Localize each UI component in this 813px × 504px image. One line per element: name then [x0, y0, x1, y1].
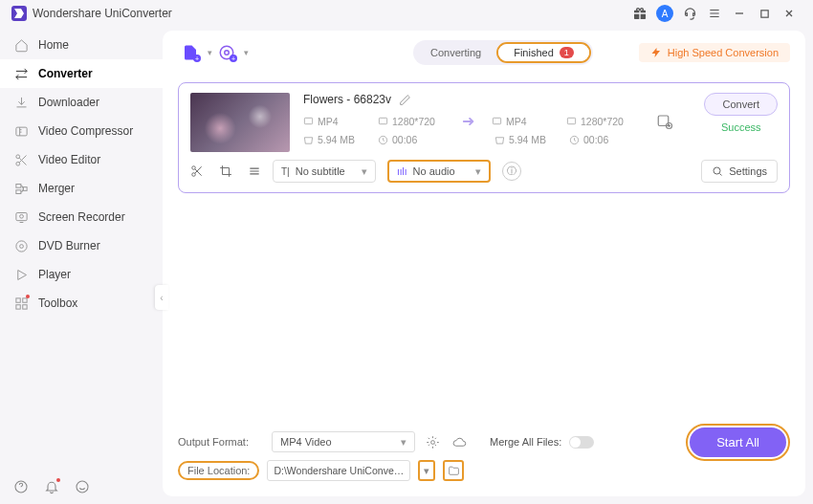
- tab-converting[interactable]: Converting: [415, 44, 496, 61]
- svg-point-9: [15, 240, 26, 251]
- status-text: Success: [704, 121, 778, 133]
- sidebar-item-dvd[interactable]: DVD Burner: [0, 231, 163, 260]
- more-icon[interactable]: [248, 164, 261, 178]
- svg-rect-5: [15, 189, 20, 193]
- sidebar-footer: [0, 470, 163, 504]
- svg-point-31: [430, 440, 434, 444]
- svg-rect-4: [15, 184, 20, 187]
- window-close[interactable]: [777, 4, 802, 23]
- svg-rect-7: [15, 212, 26, 220]
- sidebar-label: Screen Recorder: [38, 210, 125, 224]
- crop-icon[interactable]: [219, 164, 232, 178]
- audio-dropdown[interactable]: ıılıNo audio▾: [387, 160, 491, 183]
- svg-rect-23: [567, 118, 575, 123]
- compress-icon: [13, 123, 29, 139]
- cloud-icon[interactable]: [450, 432, 469, 451]
- finished-badge: 1: [560, 47, 574, 58]
- sidebar-item-player[interactable]: Player: [0, 260, 163, 289]
- add-dvd-button[interactable]: + ▾: [214, 41, 239, 64]
- file-location-field[interactable]: D:\Wondershare UniConverter 1: [267, 460, 410, 481]
- download-icon: [13, 95, 29, 110]
- trim-icon[interactable]: [190, 164, 204, 178]
- bell-icon[interactable]: [44, 479, 59, 494]
- svg-rect-15: [22, 304, 26, 308]
- home-icon: [13, 37, 29, 53]
- sidebar-item-downloader[interactable]: Downloader: [0, 88, 163, 117]
- add-files-button[interactable]: + ▾: [178, 41, 203, 64]
- settings-button[interactable]: Settings: [701, 160, 778, 183]
- grid-icon: [13, 296, 29, 311]
- output-settings-icon[interactable]: [656, 113, 673, 130]
- tab-finished[interactable]: Finished1: [498, 44, 589, 61]
- play-icon: [13, 267, 29, 282]
- info-icon[interactable]: ⓘ: [502, 162, 521, 181]
- dvd-icon: [13, 238, 29, 253]
- svg-rect-13: [22, 297, 26, 301]
- svg-point-10: [19, 244, 23, 248]
- feedback-icon[interactable]: [75, 479, 90, 494]
- headset-icon[interactable]: [677, 4, 702, 23]
- svg-point-17: [77, 481, 88, 493]
- merge-icon: [13, 181, 29, 196]
- sidebar-label: Player: [38, 268, 71, 281]
- sidebar-item-home[interactable]: Home: [0, 31, 163, 59]
- sidebar-label: Video Compressor: [38, 124, 133, 138]
- sidebar-item-converter[interactable]: Converter: [0, 59, 163, 88]
- location-dropdown-caret[interactable]: ▾: [418, 460, 435, 481]
- arrow-icon: ➜: [462, 112, 474, 130]
- high-speed-button[interactable]: High Speed Conversion: [639, 43, 790, 62]
- window-minimize[interactable]: [727, 4, 752, 23]
- svg-point-30: [714, 167, 720, 174]
- sidebar-label: Converter: [38, 67, 93, 80]
- svg-rect-1: [15, 127, 26, 136]
- file-location-label: File Location:: [178, 461, 259, 480]
- convert-button[interactable]: Convert: [704, 93, 778, 116]
- svg-rect-14: [15, 304, 19, 308]
- output-format-label: Output Format:: [178, 436, 264, 448]
- svg-rect-20: [304, 118, 312, 123]
- scissors-icon: [13, 152, 29, 167]
- svg-rect-22: [493, 118, 500, 123]
- sidebar: Home Converter Downloader Video Compress…: [0, 27, 163, 504]
- titlebar: Wondershare UniConverter A: [0, 0, 813, 27]
- edit-name-icon[interactable]: [399, 94, 411, 106]
- sidebar-label: Home: [38, 38, 69, 52]
- start-all-button[interactable]: Start All: [690, 427, 786, 457]
- svg-point-2: [15, 154, 19, 158]
- sidebar-label: DVD Burner: [38, 239, 100, 252]
- video-thumbnail[interactable]: [190, 93, 290, 152]
- svg-point-8: [19, 214, 23, 218]
- sidebar-item-merger[interactable]: Merger: [0, 174, 163, 203]
- open-folder-button[interactable]: [443, 460, 464, 481]
- app-logo-icon: [11, 6, 27, 21]
- sidebar-label: Toolbox: [38, 296, 77, 310]
- svg-rect-0: [760, 10, 767, 16]
- svg-rect-21: [379, 118, 386, 123]
- svg-point-3: [15, 162, 19, 165]
- file-card: Flowers - 66823v MP4 1280*720 ➜ MP4 1280…: [178, 82, 790, 193]
- format-settings-icon[interactable]: [423, 432, 442, 451]
- merge-toggle[interactable]: [569, 436, 594, 449]
- sidebar-label: Merger: [38, 182, 75, 195]
- menu-icon[interactable]: [702, 4, 727, 23]
- app-title: Wondershare UniConverter: [33, 7, 172, 20]
- svg-point-19: [225, 51, 230, 55]
- sidebar-item-toolbox[interactable]: Toolbox: [0, 289, 163, 318]
- output-format-dropdown[interactable]: MP4 Video▾: [272, 431, 415, 452]
- recorder-icon: [13, 209, 29, 225]
- gift-icon[interactable]: [627, 4, 652, 23]
- help-icon[interactable]: [13, 479, 29, 494]
- collapse-handle[interactable]: ‹: [155, 285, 168, 310]
- main-panel: ‹ + ▾ + ▾ Converting Finished1: [163, 31, 805, 496]
- merge-label: Merge All Files:: [490, 436, 561, 448]
- svg-marker-11: [17, 270, 26, 279]
- user-avatar[interactable]: A: [652, 4, 677, 23]
- converter-icon: [13, 66, 29, 81]
- svg-rect-12: [15, 297, 19, 301]
- window-maximize[interactable]: [752, 4, 777, 23]
- sidebar-item-editor[interactable]: Video Editor: [0, 145, 163, 174]
- subtitle-dropdown[interactable]: T|No subtitle▾: [273, 160, 376, 183]
- sidebar-label: Downloader: [38, 96, 99, 109]
- sidebar-item-recorder[interactable]: Screen Recorder: [0, 203, 163, 231]
- sidebar-item-compressor[interactable]: Video Compressor: [0, 117, 163, 145]
